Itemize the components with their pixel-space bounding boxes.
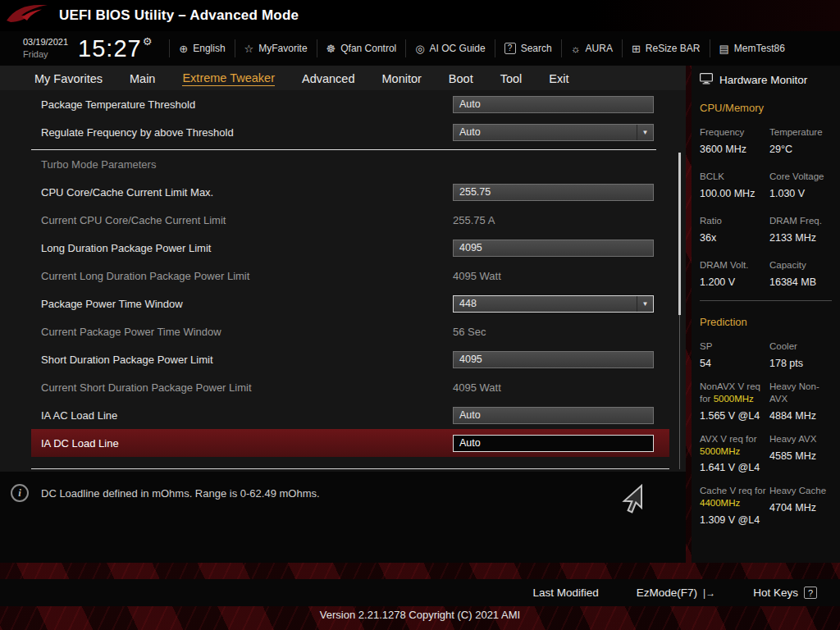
prediction-title: Prediction (700, 316, 832, 328)
tab-monitor[interactable]: Monitor (382, 72, 422, 86)
clock: 15:27⚙ (78, 35, 153, 62)
short-duration-power-limit-input[interactable]: 4095 (453, 351, 654, 368)
tab-exit[interactable]: Exit (549, 72, 568, 86)
quick-toolbar: ⊕ English ☆ MyFavorite ☸ Qfan Control ◎ … (169, 39, 794, 58)
help-text: DC Loadline defined in mOhms. Range is 0… (41, 487, 320, 500)
cpu-memory-title: CPU/Memory (700, 102, 832, 114)
mouse-cursor-icon (617, 484, 643, 515)
setting-row: Package Power Time Window 448 ▼ (0, 290, 686, 317)
chevron-down-icon: ▼ (637, 296, 653, 312)
search-icon: ? (504, 43, 516, 54)
tab-extreme-tweaker[interactable]: Extreme Tweaker (182, 71, 275, 86)
setting-row: Current CPU Core/Cache Current Limit 255… (0, 206, 686, 234)
setting-label: Package Temperature Threshold (41, 98, 195, 111)
memory-icon: ▤ (719, 43, 729, 54)
rog-logo-icon (5, 2, 49, 30)
cpu-core-current-limit-input[interactable]: 255.75 (453, 184, 654, 201)
setting-label: Regulate Frequency by above Threshold (41, 126, 234, 139)
section-header: Turbo Mode Parameters (0, 150, 686, 178)
setting-row: Current Short Duration Package Power Lim… (0, 373, 686, 401)
hm-stat: NonAVX V req for 5000MHz 1.565 V @L4 (700, 381, 769, 422)
oc-guide-icon: ◎ (415, 43, 424, 54)
monitor-icon (700, 73, 713, 87)
hm-stat: Ratio 36x (700, 215, 769, 244)
hardware-monitor-header: Hardware Monitor (700, 73, 832, 87)
ia-ac-load-line-input[interactable]: Auto (453, 407, 654, 424)
panel-bottom-divider (31, 468, 669, 469)
tab-main[interactable]: Main (130, 72, 155, 86)
globe-icon: ⊕ (179, 43, 188, 54)
cpu-memory-stats: Frequency 3600 MHz Temperature 29°C BCLK… (700, 126, 832, 288)
page-title: UEFI BIOS Utility – Advanced Mode (59, 7, 299, 24)
tab-tool[interactable]: Tool (500, 72, 523, 86)
toolbar-label: ReSize BAR (646, 43, 701, 54)
setting-label: Long Duration Package Power Limit (41, 242, 211, 254)
hm-stat: Frequency 3600 MHz (700, 126, 769, 155)
tab-advanced[interactable]: Advanced (302, 72, 355, 86)
info-icon: i (11, 484, 29, 502)
readonly-value: 4095 Watt (453, 270, 501, 282)
version-text: Version 2.21.1278 Copyright (C) 2021 AMI (0, 609, 840, 621)
setting-label: Current Package Power Time Window (41, 326, 221, 338)
package-power-time-window-select[interactable]: 448 ▼ (453, 295, 654, 313)
hm-stat: Heavy Non-AVX 4884 MHz (769, 381, 832, 422)
main-menu: My Favorites Main Extreme Tweaker Advanc… (0, 66, 686, 90)
help-panel: i DC Loadline defined in mOhms. Range is… (0, 472, 686, 563)
toolbar-resize-bar[interactable]: ⊞ ReSize BAR (622, 39, 710, 57)
toolbar-myfavorite[interactable]: ☆ MyFavorite (235, 39, 317, 57)
hot-keys-button[interactable]: Hot Keys ? (753, 587, 817, 599)
toolbar-ai-oc-guide[interactable]: ◎ AI OC Guide (405, 39, 494, 57)
regulate-frequency-select[interactable]: Auto ▼ (453, 124, 654, 141)
hm-stat: Cooler 178 pts (769, 340, 832, 369)
setting-label: IA DC Load Line (41, 437, 119, 450)
scrollbar[interactable] (678, 153, 682, 469)
setting-row-selected[interactable]: IA DC Load Line Auto (31, 429, 669, 457)
weekday-text: Friday (23, 48, 68, 61)
setting-row: IA AC Load Line Auto (0, 401, 686, 429)
aura-led-icon: ☼ (571, 43, 581, 54)
title-bar: UEFI BIOS Utility – Advanced Mode (0, 0, 840, 31)
long-duration-power-limit-input[interactable]: 4095 (453, 240, 654, 257)
hm-stat: Capacity 16384 MB (769, 259, 832, 288)
setting-label: Package Power Time Window (41, 298, 183, 310)
hm-stat: DRAM Volt. 1.200 V (700, 259, 769, 288)
last-modified-button[interactable]: Last Modified (533, 587, 599, 599)
setting-row: Current Long Duration Package Power Limi… (0, 262, 686, 290)
package-temperature-threshold-input[interactable]: Auto (453, 96, 654, 113)
hm-stat: SP 54 (700, 340, 769, 369)
scrollbar-thumb[interactable] (678, 153, 681, 315)
toolbar-qfan-control[interactable]: ☸ Qfan Control (317, 39, 406, 57)
question-mark-icon: ? (804, 587, 817, 599)
toolbar-label: AI OC Guide (430, 43, 486, 54)
toolbar-memtest86[interactable]: ▤ MemTest86 (710, 39, 794, 57)
toolbar-label: English (193, 43, 225, 54)
star-icon: ☆ (244, 43, 254, 54)
setting-row: Current Package Power Time Window 56 Sec (0, 317, 686, 345)
hm-stat: Temperature 29°C (769, 126, 832, 155)
ezmode-button[interactable]: EzMode(F7) |→ (637, 587, 715, 599)
date-text: 03/19/2021 (23, 36, 68, 48)
hm-stat: Cache V req for 4400MHz 1.309 V @L4 (700, 485, 769, 526)
toolbar-search[interactable]: ? Search (495, 39, 561, 57)
toolbar-label: MyFavorite (258, 43, 307, 54)
setting-row: Regulate Frequency by above Threshold Au… (0, 118, 686, 146)
tab-my-favorites[interactable]: My Favorites (34, 72, 103, 86)
setting-label: CPU Core/Cache Current Limit Max. (41, 186, 213, 199)
setting-row: CPU Core/Cache Current Limit Max. 255.75 (0, 178, 686, 206)
fan-icon: ☸ (326, 43, 336, 54)
settings-panel: Package Temperature Threshold Auto Regul… (0, 90, 686, 472)
toolbar-label: Qfan Control (340, 43, 396, 54)
toolbar-label: MemTest86 (734, 43, 785, 54)
clock-settings-gear-icon[interactable]: ⚙ (143, 35, 153, 48)
resize-bar-icon: ⊞ (632, 43, 641, 54)
readonly-value: 255.75 A (453, 214, 495, 226)
setting-label: IA AC Load Line (41, 409, 117, 422)
tab-boot[interactable]: Boot (449, 72, 473, 86)
setting-row: Package Temperature Threshold Auto (0, 90, 686, 118)
ia-dc-load-line-input[interactable]: Auto (453, 435, 654, 452)
hm-stat: Core Voltage 1.030 V (769, 171, 832, 199)
footer-bar: Last Modified EzMode(F7) |→ Hot Keys ? (0, 579, 840, 606)
toolbar-english[interactable]: ⊕ English (169, 39, 234, 57)
hm-stat: AVX V req for 5000MHz 1.641 V @L4 (700, 433, 769, 474)
toolbar-aura[interactable]: ☼ AURA (561, 39, 622, 57)
